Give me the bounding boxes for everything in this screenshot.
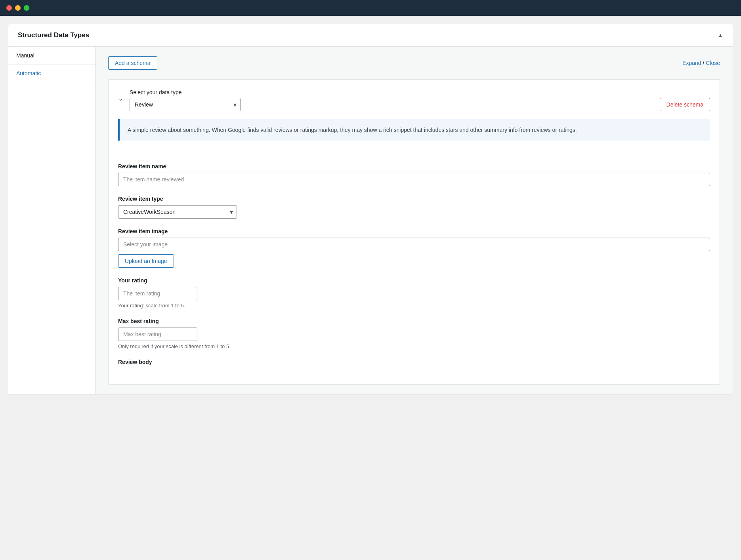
- separator: /: [701, 60, 706, 66]
- review-body-field: Review body: [118, 359, 710, 365]
- chevron-down-icon[interactable]: ⌄: [118, 95, 123, 102]
- info-block: A simple review about something. When Go…: [118, 119, 710, 141]
- review-item-image-label: Review item image: [118, 228, 710, 234]
- schema-type-row: ⌄ Select your data type Review Delete sc…: [118, 89, 710, 111]
- sidebar-item-manual[interactable]: Manual: [8, 47, 95, 65]
- main-content: Add a schema Expand / Close ⌄ Select you…: [95, 47, 733, 394]
- panel-body: Manual Automatic Add a schema Expand / C…: [8, 47, 733, 394]
- item-type-select-wrapper: CreativeWorkSeason Book Course Event Loc…: [118, 205, 237, 219]
- panel-title: Structured Data Types: [18, 31, 89, 39]
- your-rating-hint: Your rating: scale from 1 to 5.: [118, 303, 710, 309]
- expand-link[interactable]: Expand: [682, 60, 701, 66]
- minimize-dot[interactable]: [15, 5, 21, 11]
- sidebar: Manual Automatic: [8, 47, 95, 394]
- delete-schema-button[interactable]: Delete schema: [660, 98, 710, 111]
- data-type-select-wrapper: Review: [130, 98, 241, 111]
- review-item-type-label: Review item type: [118, 196, 710, 202]
- maximize-dot[interactable]: [24, 5, 29, 11]
- your-rating-label: Your rating: [118, 277, 710, 284]
- info-text: A simple review about something. When Go…: [128, 126, 702, 134]
- review-body-label: Review body: [118, 359, 710, 365]
- top-bar: Add a schema Expand / Close: [108, 56, 720, 70]
- title-bar: [0, 0, 741, 16]
- main-panel: Structured Data Types ▲ Manual Automatic…: [8, 24, 733, 394]
- divider: [118, 152, 710, 152]
- panel-header: Structured Data Types ▲: [8, 24, 733, 47]
- page-wrapper: Structured Data Types ▲ Manual Automatic…: [0, 16, 741, 402]
- review-item-type-field: Review item type CreativeWorkSeason Book…: [118, 196, 710, 219]
- review-item-image-input[interactable]: [118, 238, 710, 251]
- close-link[interactable]: Close: [706, 60, 720, 66]
- schema-section: ⌄ Select your data type Review Delete sc…: [108, 79, 720, 385]
- your-rating-input[interactable]: [118, 287, 197, 300]
- data-type-field: Select your data type Review: [130, 89, 241, 111]
- add-schema-button[interactable]: Add a schema: [108, 56, 157, 70]
- max-best-rating-label: Max best rating: [118, 318, 710, 324]
- review-item-name-label: Review item name: [118, 163, 710, 170]
- review-item-type-select[interactable]: CreativeWorkSeason Book Course Event Loc…: [118, 205, 237, 219]
- max-best-rating-field: Max best rating Only required if your sc…: [118, 318, 710, 349]
- your-rating-field: Your rating Your rating: scale from 1 to…: [118, 277, 710, 309]
- data-type-select[interactable]: Review: [130, 98, 241, 111]
- close-dot[interactable]: [6, 5, 12, 11]
- review-item-name-field: Review item name: [118, 163, 710, 186]
- upload-image-button[interactable]: Upload an Image: [118, 254, 174, 268]
- review-item-image-field: Review item image Upload an Image: [118, 228, 710, 268]
- select-data-type-label: Select your data type: [130, 89, 241, 95]
- collapse-icon[interactable]: ▲: [718, 32, 723, 38]
- max-best-rating-input[interactable]: [118, 328, 197, 341]
- max-best-rating-hint: Only required if your scale is different…: [118, 343, 710, 349]
- expand-close-links: Expand / Close: [682, 60, 720, 66]
- review-item-name-input[interactable]: [118, 173, 710, 186]
- sidebar-item-automatic[interactable]: Automatic: [8, 65, 95, 82]
